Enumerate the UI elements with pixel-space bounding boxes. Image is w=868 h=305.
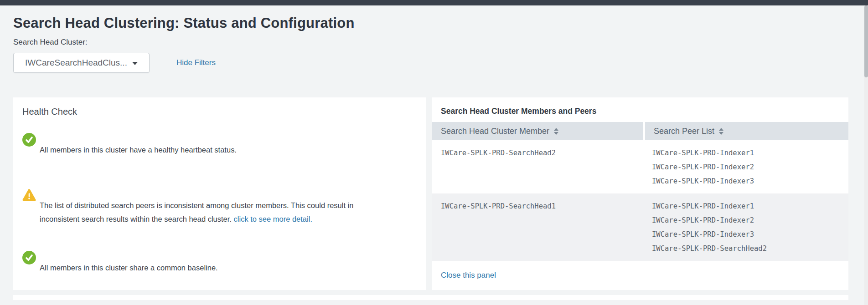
peer-entry: IWCare-SPLK-PRD-Indexer2 xyxy=(652,160,844,174)
health-check-message: All members in this cluster share a comm… xyxy=(40,261,218,274)
peer-entry: IWCare-SPLK-PRD-Indexer3 xyxy=(652,228,844,242)
health-check-item: The list of distributed search peers is … xyxy=(22,188,417,226)
table-row: IWCare-SPLK-PRD-SearchHead2 IWCare-SPLK-… xyxy=(432,140,848,193)
next-panel-row-partial xyxy=(13,295,848,300)
vertical-scrollbar-track[interactable] xyxy=(864,5,868,305)
caret-down-icon xyxy=(132,62,138,65)
members-panel-title: Search Head Cluster Members and Peers xyxy=(432,97,848,122)
peer-list-cell: IWCare-SPLK-PRD-Indexer1 IWCare-SPLK-PRD… xyxy=(643,193,848,261)
health-check-message: The list of distributed search peers is … xyxy=(40,198,387,226)
check-circle-icon xyxy=(22,133,36,147)
table-header-row: Search Head Cluster Member Search Peer L… xyxy=(432,122,848,140)
health-check-title: Health Check xyxy=(22,106,417,117)
peer-list-cell: IWCare-SPLK-PRD-Indexer1 IWCare-SPLK-PRD… xyxy=(643,140,848,193)
page-title: Search Head Clustering: Status and Confi… xyxy=(13,15,848,31)
peer-entry: IWCare-SPLK-PRD-Indexer2 xyxy=(652,214,844,228)
peer-entry: IWCare-SPLK-PRD-SearchHead2 xyxy=(652,242,844,256)
dashboard-content: Search Head Clustering: Status and Confi… xyxy=(0,15,848,300)
column-header-peer-list[interactable]: Search Peer List xyxy=(645,122,848,140)
check-circle-icon xyxy=(22,251,36,264)
sort-icon xyxy=(554,128,558,135)
hide-filters-link[interactable]: Hide Filters xyxy=(176,58,216,67)
warning-triangle-icon xyxy=(22,188,36,202)
peer-entry: IWCare-SPLK-PRD-Indexer1 xyxy=(652,146,844,160)
members-peers-panel: Search Head Cluster Members and Peers Se… xyxy=(432,97,848,290)
column-header-label: Search Peer List xyxy=(654,127,714,136)
see-more-detail-link[interactable]: click to see more detail. xyxy=(234,215,312,223)
peer-entry: IWCare-SPLK-PRD-Indexer3 xyxy=(652,174,844,188)
health-check-panel: Health Check All members in this cluster… xyxy=(13,97,426,290)
vertical-scrollbar-thumb[interactable] xyxy=(864,5,868,77)
column-header-cluster-member[interactable]: Search Head Cluster Member xyxy=(432,122,643,140)
top-navigation-bar xyxy=(0,0,868,5)
dashboard-panels-row: Health Check All members in this cluster… xyxy=(13,97,848,290)
filter-row: IWCareSearchHeadClus... Hide Filters xyxy=(13,53,848,73)
member-cell: IWCare-SPLK-PRD-SearchHead1 xyxy=(432,193,643,261)
column-header-label: Search Head Cluster Member xyxy=(441,127,549,136)
health-check-item: All members in this cluster have a healt… xyxy=(22,133,417,157)
peer-entry: IWCare-SPLK-PRD-Indexer1 xyxy=(652,199,844,214)
cluster-filter-label: Search Head Cluster: xyxy=(13,38,848,47)
health-check-message: All members in this cluster have a healt… xyxy=(40,143,237,157)
table-row: IWCare-SPLK-PRD-SearchHead1 IWCare-SPLK-… xyxy=(432,193,848,261)
health-check-item: All members in this cluster share a comm… xyxy=(22,251,417,274)
member-cell: IWCare-SPLK-PRD-SearchHead2 xyxy=(432,140,643,193)
panel-footer: Close this panel xyxy=(432,261,848,290)
cluster-dropdown-value: IWCareSearchHeadClus... xyxy=(25,58,127,68)
cluster-dropdown[interactable]: IWCareSearchHeadClus... xyxy=(13,53,150,73)
sort-icon xyxy=(719,128,723,135)
close-panel-link[interactable]: Close this panel xyxy=(441,271,496,280)
